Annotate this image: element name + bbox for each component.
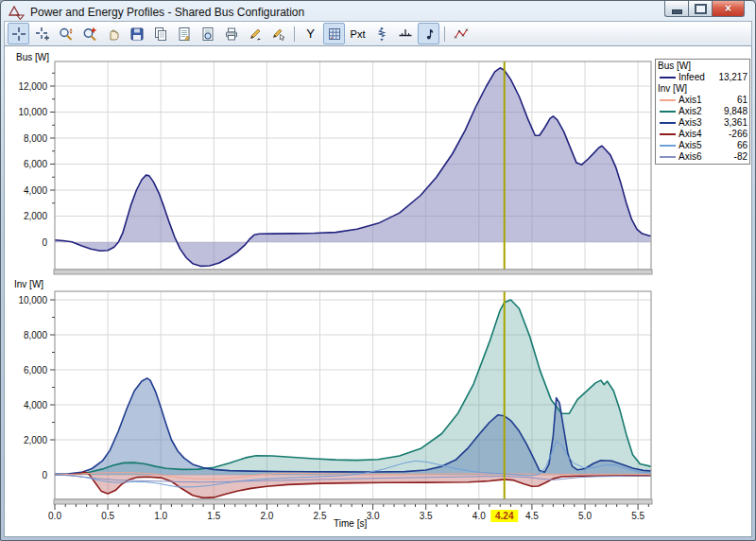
legend-cursor-value: -266	[729, 129, 747, 140]
x-tick-label: 0.5	[101, 511, 114, 521]
y-axis-inv: 02,0004,0006,0008,00010,000	[18, 295, 55, 480]
plot-bus: 02,0004,0006,0008,00010,00012,000	[18, 61, 652, 274]
copy-icon	[153, 26, 168, 42]
data-grid-button[interactable]	[323, 23, 345, 44]
axis-marker-button[interactable]	[394, 23, 416, 44]
curve-points-button[interactable]	[450, 23, 472, 44]
plot-inv: 02,0004,0006,0008,00010,0000.00.51.01.52…	[18, 291, 652, 522]
preview-icon	[200, 26, 215, 42]
y-tick-label: 8,000	[24, 330, 47, 340]
legend-cursor-value: 13,217	[718, 72, 747, 83]
legend-series-name: Axis3	[679, 117, 724, 129]
y-mode-button[interactable]: Y	[300, 23, 321, 44]
draw-button[interactable]	[244, 23, 266, 44]
x-tick-label: 2.0	[260, 511, 273, 521]
legend-row-axis2[interactable]: Axis29,848	[658, 106, 747, 117]
draw-options-button[interactable]	[267, 23, 289, 44]
charts-canvas: 02,0004,0006,0008,00010,00012,00002,0004…	[5, 46, 753, 536]
zoom-in-icon	[82, 26, 97, 42]
legend-series-name: Infeed	[679, 72, 718, 83]
window-controls: ×	[664, 1, 745, 17]
spring-icon	[374, 26, 389, 42]
zoom-button[interactable]	[55, 23, 77, 44]
legend-row-axis1[interactable]: Axis161	[658, 95, 747, 106]
legend-cursor-value: -82	[734, 151, 747, 163]
y-tick-label: 10,000	[18, 295, 47, 305]
legend: Bus [W]Infeed13,217Inv [W]Axis161Axis29,…	[655, 59, 750, 165]
chart-panel: Bus [W] Inv [W] 02,0004,0006,0008,00010,…	[4, 46, 752, 537]
legend-line-sample	[660, 111, 676, 113]
print-preview-button[interactable]	[197, 23, 218, 44]
y-tick-label: 0	[42, 470, 47, 480]
y-tick-label: 8,000	[24, 133, 47, 144]
legend-group-header: Bus [W]	[658, 61, 747, 72]
x-tick-label: 3.5	[420, 511, 433, 521]
legend-line-sample	[660, 99, 676, 101]
pencil-icon	[248, 26, 263, 42]
x-tick-label: 3.0	[367, 511, 380, 521]
y-tick-label: 6,000	[24, 365, 47, 375]
cursor-time-label: 4.24	[495, 511, 514, 521]
legend-cursor-value: 9,848	[724, 106, 747, 117]
x-tick-label: 2.5	[314, 511, 327, 521]
copy-button[interactable]	[149, 23, 171, 44]
x-tick-label: 4.0	[472, 511, 486, 521]
close-icon: ×	[725, 2, 731, 15]
minimize-button[interactable]	[664, 1, 688, 17]
legend-row-infeed[interactable]: Infeed13,217	[658, 72, 747, 83]
legend-group-header: Inv [W]	[658, 83, 747, 95]
legend-row-axis5[interactable]: Axis566	[658, 140, 747, 151]
legend-series-name: Axis5	[679, 140, 737, 151]
y-tick-label: 12,000	[18, 81, 47, 92]
edit-document-button[interactable]	[173, 23, 195, 44]
zoom-in-button[interactable]	[78, 23, 100, 44]
note-pin-button[interactable]	[418, 23, 439, 44]
y-tick-label: 2,000	[24, 435, 47, 445]
printer-icon	[224, 26, 239, 42]
pxt-mode-button[interactable]: Pxt	[347, 23, 369, 44]
save-button[interactable]	[126, 23, 147, 44]
maximize-button[interactable]	[688, 1, 712, 17]
scatter-icon	[454, 26, 469, 42]
maximize-icon	[695, 4, 707, 14]
cursor-crosshair-button[interactable]	[8, 23, 29, 44]
toolbar-separator	[294, 26, 295, 42]
legend-line-sample	[660, 133, 676, 135]
axis-band-bus	[54, 270, 652, 274]
title-bar[interactable]: Power and Energy Profiles - Shared Bus C…	[4, 1, 752, 21]
x-tick-label: 1.0	[154, 511, 167, 521]
legend-row-axis6[interactable]: Axis6-82	[658, 151, 747, 163]
legend-line-sample	[660, 122, 676, 124]
toolbar-separator	[444, 26, 445, 42]
stack-axes-button[interactable]	[370, 23, 392, 44]
y-tick-label: 10,000	[18, 107, 47, 117]
y-tick-label: 4,000	[24, 185, 47, 196]
crosshair-add-icon	[35, 26, 50, 42]
print-button[interactable]	[220, 23, 242, 44]
app-icon	[8, 5, 26, 20]
bus-chart-title: Bus [W]	[16, 52, 49, 62]
doc-icon	[177, 26, 192, 42]
legend-cursor-value: 61	[737, 95, 747, 106]
crosshair-icon	[11, 26, 26, 42]
legend-series-name: Axis2	[679, 106, 724, 117]
add-cursor-button[interactable]	[31, 23, 53, 44]
y-tick-label: 6,000	[24, 159, 47, 169]
pan-button[interactable]	[102, 23, 124, 44]
legend-row-axis3[interactable]: Axis33,361	[658, 117, 747, 129]
y-tick-label: 2,000	[24, 211, 47, 221]
legend-cursor-value: 66	[737, 140, 747, 151]
legend-series-name: Axis4	[679, 129, 729, 140]
minimize-icon	[672, 9, 682, 14]
legend-line-sample	[660, 145, 676, 147]
zoom-icon	[59, 26, 74, 42]
floppy-icon	[129, 26, 145, 42]
app-window: Power and Energy Profiles - Shared Bus C…	[0, 0, 756, 541]
toolbar: YPxt	[4, 21, 752, 46]
inv-chart-title: Inv [W]	[14, 279, 43, 289]
x-tick-label: 5.5	[631, 511, 644, 521]
legend-row-axis4[interactable]: Axis4-266	[658, 129, 747, 140]
x-tick-label: 1.5	[207, 511, 220, 521]
close-button[interactable]: ×	[712, 1, 745, 17]
legend-cursor-value: 3,361	[724, 117, 747, 129]
